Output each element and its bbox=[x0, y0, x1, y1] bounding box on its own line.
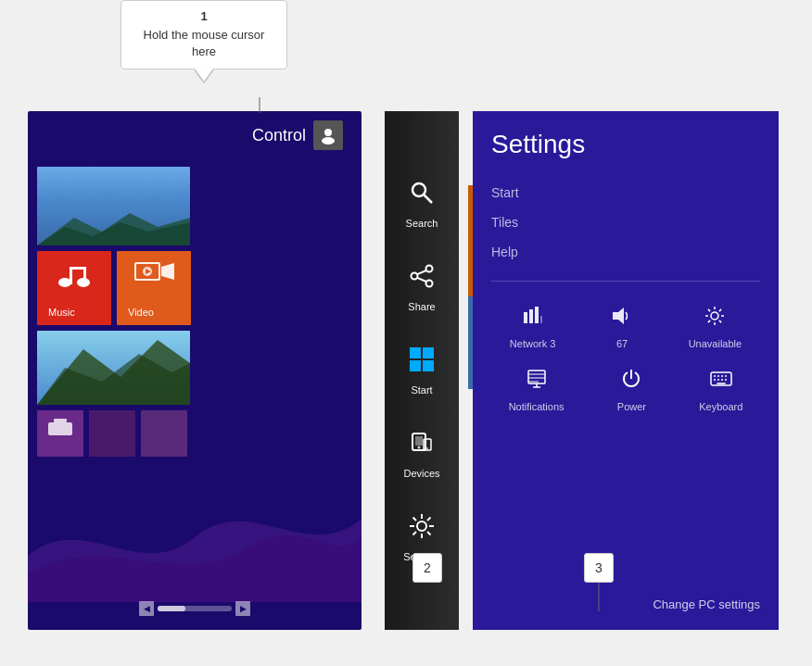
svg-marker-48 bbox=[613, 308, 624, 324]
share-label: Share bbox=[408, 301, 435, 312]
tile-row-2: Music Video bbox=[37, 251, 352, 325]
tooltip-container: 1 Hold the mouse cursor here bbox=[121, 0, 287, 69]
charms-bar: Search Share Start bbox=[385, 111, 459, 630]
scroll-left-btn[interactable]: ◀ bbox=[139, 601, 154, 616]
tile-photo[interactable] bbox=[37, 331, 190, 405]
svg-line-20 bbox=[425, 195, 433, 203]
callout-2: 2 bbox=[412, 553, 442, 583]
svg-line-54 bbox=[708, 309, 710, 311]
settings-panel: Settings Start Tiles Help Network 3 bbox=[473, 111, 779, 630]
brightness-label: Unavailable bbox=[689, 338, 742, 349]
svg-point-49 bbox=[711, 312, 718, 320]
svg-line-57 bbox=[708, 320, 710, 322]
svg-line-43 bbox=[413, 532, 417, 535]
charm-start[interactable]: Start bbox=[385, 329, 459, 412]
scroll-indicator: ◀ ▶ bbox=[139, 601, 250, 616]
tile-small-2[interactable] bbox=[89, 410, 135, 457]
tooltip-number: 1 bbox=[133, 8, 275, 25]
notifications-icon bbox=[526, 368, 548, 396]
tooltip-box: 1 Hold the mouse cursor here bbox=[121, 0, 287, 69]
keyboard-icon bbox=[710, 368, 732, 396]
power-label: Power bbox=[617, 401, 646, 412]
svg-line-41 bbox=[427, 532, 431, 535]
svg-point-23 bbox=[426, 280, 433, 286]
scroll-bar-thumb bbox=[158, 606, 185, 611]
svg-line-24 bbox=[417, 270, 426, 274]
quick-setting-power[interactable]: Power bbox=[617, 368, 646, 412]
tile-landscape[interactable] bbox=[37, 167, 190, 245]
svg-rect-44 bbox=[524, 312, 527, 323]
svg-line-25 bbox=[417, 277, 426, 281]
settings-divider bbox=[491, 281, 760, 282]
svg-rect-46 bbox=[535, 307, 539, 323]
quick-settings-row-1: Network 3 67 bbox=[491, 305, 760, 349]
svg-point-1 bbox=[322, 137, 335, 145]
search-label: Search bbox=[406, 218, 438, 229]
start-screen: Control bbox=[28, 111, 362, 630]
tiles-area: Music Video bbox=[37, 167, 352, 462]
share-icon bbox=[409, 263, 435, 295]
quick-setting-volume[interactable]: 67 bbox=[611, 305, 633, 349]
settings-link-help[interactable]: Help bbox=[491, 237, 760, 267]
user-area: Control bbox=[252, 120, 343, 150]
tile-small-3[interactable] bbox=[141, 410, 187, 457]
svg-rect-26 bbox=[410, 347, 421, 358]
user-name: Control bbox=[252, 126, 306, 145]
tile-small-1[interactable] bbox=[37, 410, 83, 457]
settings-link-tiles[interactable]: Tiles bbox=[491, 207, 760, 237]
svg-rect-18 bbox=[54, 419, 67, 422]
quick-setting-notifications[interactable]: Notifications bbox=[509, 368, 565, 412]
svg-line-55 bbox=[719, 320, 721, 322]
callout-3: 3 bbox=[584, 553, 614, 583]
svg-marker-13 bbox=[161, 263, 174, 280]
scroll-right-btn[interactable]: ▶ bbox=[235, 601, 250, 616]
svg-line-56 bbox=[719, 309, 721, 311]
tile-music[interactable]: Music bbox=[37, 251, 111, 325]
tile-row-3 bbox=[37, 331, 352, 405]
callout-2-number: 2 bbox=[424, 560, 431, 575]
notifications-label: Notifications bbox=[509, 401, 565, 412]
charm-devices[interactable]: Devices bbox=[385, 412, 459, 496]
svg-line-40 bbox=[413, 517, 417, 521]
svg-rect-29 bbox=[423, 360, 434, 371]
svg-point-35 bbox=[417, 521, 426, 531]
svg-rect-31 bbox=[415, 436, 423, 446]
network-icon bbox=[522, 305, 544, 333]
start-label: Start bbox=[411, 384, 432, 396]
svg-rect-74 bbox=[717, 383, 726, 384]
svg-point-4 bbox=[58, 278, 71, 287]
tile-row-1 bbox=[37, 167, 352, 245]
tooltip-tail bbox=[195, 69, 213, 82]
brightness-icon bbox=[704, 305, 726, 333]
network-label: Network 3 bbox=[510, 338, 556, 349]
devices-icon bbox=[409, 430, 435, 462]
scroll-bar-bg bbox=[158, 606, 232, 611]
svg-line-42 bbox=[427, 517, 431, 521]
tile-music-label: Music bbox=[43, 303, 81, 321]
devices-label: Devices bbox=[403, 468, 439, 479]
settings-link-start[interactable]: Start bbox=[491, 178, 760, 207]
user-avatar bbox=[313, 120, 343, 150]
svg-rect-47 bbox=[540, 316, 542, 323]
start-icon bbox=[409, 346, 435, 379]
change-pc-settings[interactable]: Change PC settings bbox=[491, 588, 760, 611]
tile-video-label: Video bbox=[122, 303, 159, 321]
quick-settings-row-2: Notifications Power bbox=[491, 368, 760, 412]
svg-rect-17 bbox=[48, 422, 72, 435]
charm-search[interactable]: Search bbox=[385, 162, 459, 245]
svg-point-0 bbox=[324, 129, 332, 136]
quick-setting-keyboard[interactable]: Keyboard bbox=[699, 368, 742, 412]
tooltip-text: Hold the mouse cursor here bbox=[144, 28, 265, 58]
svg-point-19 bbox=[412, 183, 425, 196]
quick-setting-network[interactable]: Network 3 bbox=[510, 305, 556, 349]
svg-point-21 bbox=[426, 265, 433, 271]
svg-rect-45 bbox=[529, 309, 533, 323]
settings-title: Settings bbox=[491, 130, 760, 159]
quick-setting-brightness[interactable]: Unavailable bbox=[689, 305, 742, 349]
tile-video[interactable]: Video bbox=[117, 251, 191, 325]
svg-point-22 bbox=[412, 272, 418, 279]
svg-rect-27 bbox=[423, 347, 434, 358]
keyboard-label: Keyboard bbox=[699, 401, 742, 412]
power-icon bbox=[620, 368, 642, 396]
charm-share[interactable]: Share bbox=[385, 245, 459, 329]
